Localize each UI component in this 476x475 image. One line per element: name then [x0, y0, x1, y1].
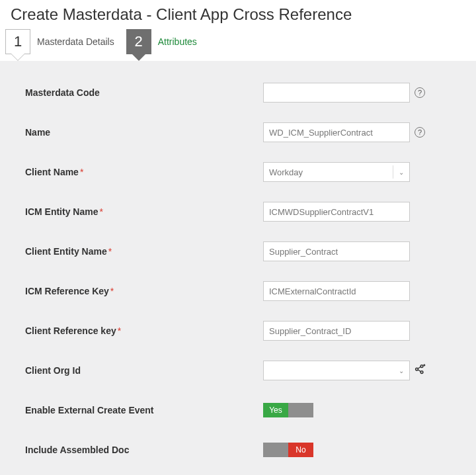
toggle-enable-external-create-event[interactable]: Yes [263, 403, 313, 417]
input-client-entity-name[interactable] [263, 241, 410, 261]
help-icon[interactable]: ? [415, 87, 425, 98]
select-value: Workday [269, 167, 303, 177]
select-client-org-id[interactable]: ⌄ [263, 361, 410, 380]
label-include-assembled-doc: Include Assembled Doc [25, 445, 263, 455]
required-asterisk: * [110, 286, 114, 296]
wizard-step-1[interactable]: 1 Masterdata Details [5, 28, 126, 56]
label-text: Client Name [25, 167, 79, 177]
row-icm-reference-key: ICM Reference Key* [25, 281, 457, 302]
form-panel: Masterdata Code ? Name ? Client Name* Wo… [0, 61, 476, 475]
chevron-down-icon: ⌄ [393, 165, 404, 179]
toggle-slot [263, 443, 288, 457]
row-client-org-id: Client Org Id ⌄ [25, 360, 457, 381]
step-label: Masterdata Details [30, 36, 126, 47]
step-label: Attributes [151, 36, 209, 47]
row-include-assembled-doc: Include Assembled Doc No [25, 439, 457, 460]
required-asterisk: * [118, 325, 121, 336]
row-enable-external-create-event: Enable External Create Event Yes [25, 400, 457, 421]
input-client-reference-key[interactable] [263, 321, 410, 341]
label-name: Name [25, 127, 263, 138]
label-enable-external-create-event: Enable External Create Event [25, 405, 263, 415]
row-icm-entity-name: ICM Entity Name* [25, 201, 457, 222]
step-number: 2 [126, 29, 151, 54]
toggle-slot [288, 403, 313, 417]
svg-line-3 [418, 367, 421, 368]
label-text: ICM Entity Name [25, 206, 98, 217]
toggle-include-assembled-doc[interactable]: No [263, 443, 313, 457]
input-icm-reference-key[interactable] [263, 281, 410, 301]
label-icm-reference-key: ICM Reference Key* [25, 286, 263, 296]
select-client-name[interactable]: Workday ⌄ [263, 162, 410, 182]
chevron-down-icon: ⌄ [393, 364, 404, 377]
svg-line-4 [418, 370, 421, 372]
required-asterisk: * [80, 167, 83, 177]
label-masterdata-code: Masterdata Code [25, 87, 263, 98]
row-client-reference-key: Client Reference key* [25, 320, 457, 341]
share-plus-icon[interactable] [414, 363, 426, 378]
label-client-reference-key: Client Reference key* [25, 325, 263, 336]
input-name[interactable] [263, 122, 410, 142]
required-asterisk: * [99, 206, 102, 217]
wizard-step-2[interactable]: 2 Attributes [126, 28, 209, 56]
label-icm-entity-name: ICM Entity Name* [25, 206, 263, 217]
toggle-no: No [288, 443, 313, 457]
row-client-name: Client Name* Workday ⌄ [25, 161, 457, 183]
required-asterisk: * [108, 246, 112, 257]
wizard-steps: 1 Masterdata Details 2 Attributes [0, 28, 476, 61]
input-masterdata-code[interactable] [263, 83, 410, 103]
step-number: 1 [5, 29, 30, 54]
toggle-yes: Yes [263, 403, 288, 417]
row-name: Name ? [25, 122, 457, 143]
page-title: Create Masterdata - Client App Cross Ref… [0, 0, 476, 28]
label-text: Client Reference key [25, 325, 116, 336]
label-client-entity-name: Client Entity Name* [25, 246, 263, 257]
row-client-entity-name: Client Entity Name* [25, 241, 457, 262]
help-icon[interactable]: ? [415, 127, 425, 138]
label-text: Client Entity Name [25, 246, 107, 257]
label-client-name: Client Name* [25, 167, 263, 177]
input-icm-entity-name[interactable] [263, 202, 410, 222]
label-text: ICM Reference Key [25, 286, 109, 296]
row-masterdata-code: Masterdata Code ? [25, 82, 457, 103]
label-client-org-id: Client Org Id [25, 365, 263, 376]
